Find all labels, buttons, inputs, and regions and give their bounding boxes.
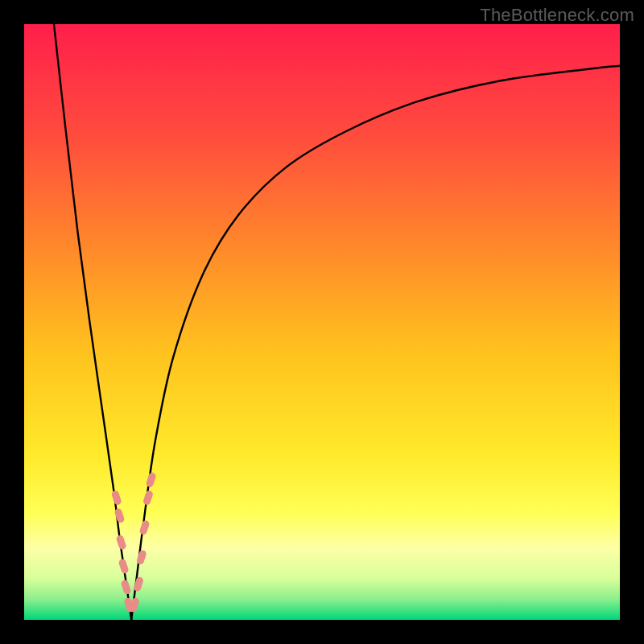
bead-marker xyxy=(118,558,130,574)
plot-area xyxy=(24,24,620,620)
bead-marker xyxy=(136,549,147,565)
curve-right xyxy=(131,66,620,620)
watermark-text: TheBottleneck.com xyxy=(480,5,634,26)
highlight-beads xyxy=(111,472,157,613)
bead-marker xyxy=(116,535,127,551)
bead-marker xyxy=(120,579,131,595)
bead-marker xyxy=(133,576,144,592)
curve-layer xyxy=(24,24,620,620)
bead-marker xyxy=(142,489,154,506)
bead-marker xyxy=(114,508,125,524)
chart-frame: TheBottleneck.com xyxy=(0,0,644,644)
bead-marker xyxy=(138,519,150,535)
curve-left xyxy=(54,24,131,620)
bead-marker xyxy=(111,489,122,506)
bead-marker xyxy=(146,472,157,488)
